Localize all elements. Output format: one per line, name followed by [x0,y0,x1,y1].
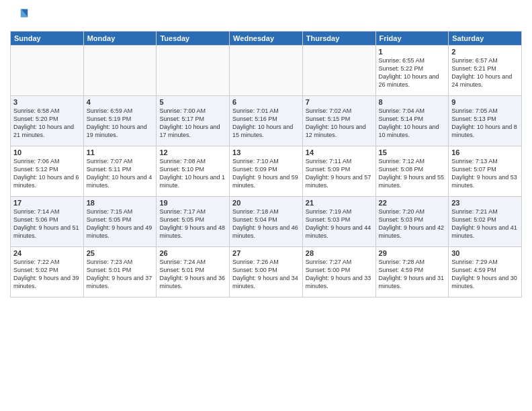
calendar-cell: 7Sunrise: 7:02 AM Sunset: 5:15 PM Daylig… [302,96,375,146]
calendar-cell: 20Sunrise: 7:18 AM Sunset: 5:04 PM Dayli… [230,197,303,247]
day-number: 27 [232,249,300,257]
calendar-cell: 13Sunrise: 7:10 AM Sunset: 5:09 PM Dayli… [230,146,303,197]
weekday-header-monday: Monday [83,32,157,46]
day-info: Sunrise: 7:23 AM Sunset: 5:01 PM Dayligh… [87,258,154,291]
calendar-cell: 14Sunrise: 7:11 AM Sunset: 5:09 PM Dayli… [302,146,375,197]
calendar-cell: 22Sunrise: 7:20 AM Sunset: 5:03 PM Dayli… [375,197,449,247]
calendar-table: SundayMondayTuesdayWednesdayThursdayFrid… [10,31,522,298]
day-number: 11 [87,148,154,156]
day-info: Sunrise: 6:58 AM Sunset: 5:20 PM Dayligh… [13,107,81,140]
calendar-cell: 23Sunrise: 7:21 AM Sunset: 5:02 PM Dayli… [449,197,522,247]
calendar-cell [157,46,230,96]
day-number: 23 [451,199,519,207]
calendar-cell: 1Sunrise: 6:55 AM Sunset: 5:22 PM Daylig… [375,46,449,96]
calendar-cell: 25Sunrise: 7:23 AM Sunset: 5:01 PM Dayli… [83,247,157,298]
day-number: 1 [379,48,446,56]
calendar-cell: 18Sunrise: 7:15 AM Sunset: 5:05 PM Dayli… [83,197,157,247]
calendar-cell: 24Sunrise: 7:22 AM Sunset: 5:02 PM Dayli… [11,247,84,298]
day-number: 4 [87,98,154,106]
day-info: Sunrise: 7:00 AM Sunset: 5:17 PM Dayligh… [159,107,226,140]
calendar-cell: 15Sunrise: 7:12 AM Sunset: 5:08 PM Dayli… [375,146,449,197]
calendar-cell: 28Sunrise: 7:27 AM Sunset: 5:00 PM Dayli… [302,247,375,298]
weekday-header-thursday: Thursday [302,32,375,46]
day-info: Sunrise: 7:20 AM Sunset: 5:03 PM Dayligh… [379,208,446,240]
day-number: 5 [159,98,226,106]
day-info: Sunrise: 7:24 AM Sunset: 5:01 PM Dayligh… [159,258,226,291]
calendar-cell [11,46,84,96]
day-number: 25 [87,249,154,257]
calendar-week-row: 3Sunrise: 6:58 AM Sunset: 5:20 PM Daylig… [11,96,522,146]
day-number: 16 [451,148,519,156]
weekday-header-wednesday: Wednesday [230,32,303,46]
weekday-header-friday: Friday [375,32,449,46]
day-number: 2 [451,48,519,56]
day-info: Sunrise: 7:17 AM Sunset: 5:05 PM Dayligh… [159,208,226,240]
day-info: Sunrise: 7:07 AM Sunset: 5:11 PM Dayligh… [87,157,154,190]
calendar-cell [230,46,303,96]
day-info: Sunrise: 7:27 AM Sunset: 5:00 PM Dayligh… [306,258,373,291]
day-info: Sunrise: 7:08 AM Sunset: 5:10 PM Dayligh… [159,157,226,190]
day-info: Sunrise: 7:14 AM Sunset: 5:06 PM Dayligh… [13,208,81,240]
day-number: 7 [306,98,373,106]
calendar-cell: 2Sunrise: 6:57 AM Sunset: 5:21 PM Daylig… [449,46,522,96]
day-number: 28 [306,249,373,257]
calendar-week-row: 10Sunrise: 7:06 AM Sunset: 5:12 PM Dayli… [11,146,522,197]
day-number: 20 [232,199,300,207]
day-number: 12 [159,148,226,156]
calendar-cell: 8Sunrise: 7:04 AM Sunset: 5:14 PM Daylig… [375,96,449,146]
weekday-header-tuesday: Tuesday [157,32,230,46]
calendar-week-row: 17Sunrise: 7:14 AM Sunset: 5:06 PM Dayli… [11,197,522,247]
day-info: Sunrise: 7:26 AM Sunset: 5:00 PM Dayligh… [232,258,300,291]
day-info: Sunrise: 7:06 AM Sunset: 5:12 PM Dayligh… [13,157,81,190]
day-number: 13 [232,148,300,156]
calendar-cell: 5Sunrise: 7:00 AM Sunset: 5:17 PM Daylig… [157,96,230,146]
header [10,7,522,26]
day-number: 6 [232,98,300,106]
day-number: 3 [13,98,81,106]
calendar-cell: 19Sunrise: 7:17 AM Sunset: 5:05 PM Dayli… [157,197,230,247]
day-info: Sunrise: 7:05 AM Sunset: 5:13 PM Dayligh… [451,107,519,140]
day-number: 21 [306,199,373,207]
day-number: 18 [87,199,154,207]
day-number: 19 [159,199,226,207]
day-number: 17 [13,199,81,207]
calendar-cell: 9Sunrise: 7:05 AM Sunset: 5:13 PM Daylig… [449,96,522,146]
day-info: Sunrise: 7:12 AM Sunset: 5:08 PM Dayligh… [379,157,446,190]
weekday-header-saturday: Saturday [449,32,522,46]
day-number: 9 [451,98,519,106]
calendar-cell: 21Sunrise: 7:19 AM Sunset: 5:03 PM Dayli… [302,197,375,247]
calendar-cell: 30Sunrise: 7:29 AM Sunset: 4:59 PM Dayli… [449,247,522,298]
day-info: Sunrise: 7:13 AM Sunset: 5:07 PM Dayligh… [451,157,519,190]
calendar-cell: 11Sunrise: 7:07 AM Sunset: 5:11 PM Dayli… [83,146,157,197]
calendar-cell [83,46,157,96]
day-info: Sunrise: 7:10 AM Sunset: 5:09 PM Dayligh… [232,157,300,190]
day-number: 24 [13,249,81,257]
day-info: Sunrise: 7:04 AM Sunset: 5:14 PM Dayligh… [379,107,446,140]
day-info: Sunrise: 6:57 AM Sunset: 5:21 PM Dayligh… [451,56,519,89]
day-number: 30 [451,249,519,257]
weekday-header-sunday: Sunday [11,32,84,46]
calendar-cell: 29Sunrise: 7:28 AM Sunset: 4:59 PM Dayli… [375,247,449,298]
day-number: 22 [379,199,446,207]
calendar-week-row: 1Sunrise: 6:55 AM Sunset: 5:22 PM Daylig… [11,46,522,96]
page: SundayMondayTuesdayWednesdayThursdayFrid… [0,0,532,411]
calendar-cell: 27Sunrise: 7:26 AM Sunset: 5:00 PM Dayli… [230,247,303,298]
calendar-cell: 3Sunrise: 6:58 AM Sunset: 5:20 PM Daylig… [11,96,84,146]
calendar-cell [302,46,375,96]
weekday-header-row: SundayMondayTuesdayWednesdayThursdayFrid… [11,32,522,46]
day-info: Sunrise: 7:02 AM Sunset: 5:15 PM Dayligh… [306,107,373,140]
day-info: Sunrise: 6:59 AM Sunset: 5:19 PM Dayligh… [87,107,154,140]
day-number: 10 [13,148,81,156]
calendar-cell: 4Sunrise: 6:59 AM Sunset: 5:19 PM Daylig… [83,96,157,146]
day-number: 26 [159,249,226,257]
calendar-cell: 10Sunrise: 7:06 AM Sunset: 5:12 PM Dayli… [11,146,84,197]
day-number: 8 [379,98,446,106]
calendar-cell: 26Sunrise: 7:24 AM Sunset: 5:01 PM Dayli… [157,247,230,298]
day-number: 15 [379,148,446,156]
day-info: Sunrise: 7:28 AM Sunset: 4:59 PM Dayligh… [379,258,446,291]
day-info: Sunrise: 7:22 AM Sunset: 5:02 PM Dayligh… [13,258,81,291]
day-info: Sunrise: 7:18 AM Sunset: 5:04 PM Dayligh… [232,208,300,240]
calendar-week-row: 24Sunrise: 7:22 AM Sunset: 5:02 PM Dayli… [11,247,522,298]
day-number: 29 [379,249,446,257]
day-info: Sunrise: 7:29 AM Sunset: 4:59 PM Dayligh… [451,258,519,291]
